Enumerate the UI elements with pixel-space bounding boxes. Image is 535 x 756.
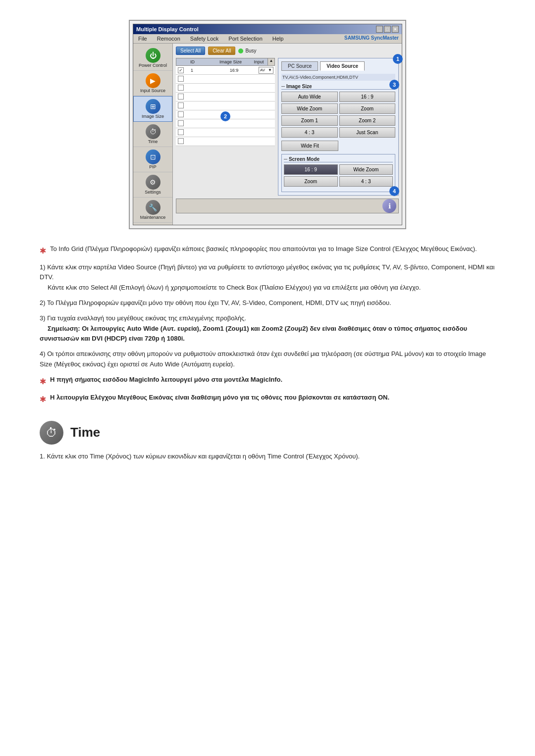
table-row	[176, 128, 275, 137]
row-checkbox-6[interactable]	[178, 111, 184, 117]
app-title: Multiple Display Control	[136, 26, 199, 32]
star-icon-3: ✱	[40, 393, 46, 406]
image-size-label: ─ Image Size	[281, 84, 395, 90]
sidebar-item-pip[interactable]: ⊡ PIP	[133, 147, 172, 172]
star-note-2-text: Η πηγή σήματος εισόδου MagicInfo λειτουρ…	[50, 375, 282, 385]
menu-bar: File Remocon Safety Lock Port Selection …	[133, 34, 402, 44]
just-scan-button[interactable]: Just Scan	[339, 127, 396, 138]
busy-label: Busy	[245, 48, 256, 53]
zoom1-button[interactable]: Zoom 1	[281, 115, 338, 126]
numbered-item-2: 2) Το Πλέγμα Πληροφοριών εμφανίζει μόνο …	[40, 298, 495, 308]
row-checkbox-9[interactable]	[178, 138, 184, 144]
sidebar-item-settings[interactable]: ⚙ Settings	[133, 172, 172, 198]
row-checkbox-8[interactable]	[178, 129, 184, 135]
row-input: AV ▼	[258, 66, 275, 74]
close-button[interactable]: ×	[392, 26, 399, 33]
image-size-section: 3 ─ Image Size Auto Wide 16 : 9 Wide Zoo…	[281, 84, 395, 151]
star-icon-1: ✱	[40, 245, 46, 257]
row-icon	[198, 70, 211, 71]
sidebar-label-power: Power Control	[139, 63, 167, 68]
auto-wide-button[interactable]: Auto Wide	[281, 92, 338, 102]
tab-video-source[interactable]: Video Source	[320, 61, 365, 71]
row-checkbox-5[interactable]	[178, 102, 184, 108]
menu-help[interactable]: Help	[270, 35, 286, 42]
sidebar-label-input: Input Source	[140, 88, 165, 93]
zoom2-button[interactable]: Zoom 2	[339, 115, 396, 126]
sidebar-label-pip: PIP	[149, 164, 157, 169]
sidebar-label-time: Time	[148, 139, 158, 144]
sidebar-item-image-size[interactable]: ⊞ Image Size	[133, 96, 172, 122]
item-1b-text: Κάντε κλικ στο Select All (Επιλογή όλων)…	[48, 284, 421, 291]
time-note-1-text: Κάντε κλικ στο Time (Χρόνος) των κύριων …	[47, 453, 360, 460]
row-checkbox-2[interactable]	[178, 76, 184, 82]
menu-remocon[interactable]: Remocon	[155, 35, 182, 42]
tab-pc-source[interactable]: PC Source	[281, 61, 318, 71]
sidebar-item-power-control[interactable]: ⏻ Power Control	[133, 46, 172, 71]
menu-safety-lock[interactable]: Safety Lock	[188, 35, 220, 42]
wide-fit-button[interactable]: Wide Fit	[281, 141, 338, 151]
sidebar-label-maintenance: Maintenance	[140, 215, 166, 220]
bottom-icon[interactable]: ℹ	[382, 199, 396, 213]
menu-file[interactable]: File	[136, 35, 149, 42]
table-scroll-up[interactable]: ▲	[268, 58, 274, 65]
screen-16-9-button[interactable]: 16 : 9	[284, 164, 338, 175]
title-bar: Multiple Display Control _ □ ×	[133, 24, 402, 34]
sidebar-item-maintenance[interactable]: 🔧 Maintenance	[133, 198, 172, 223]
maximize-button[interactable]: □	[384, 26, 391, 33]
item-4-text: Οι τρόποι απεικόνισης στην οθόνη μπορούν…	[40, 350, 486, 368]
main-area: Select All Clear All Busy ID	[173, 44, 402, 225]
th-input: Input	[250, 58, 268, 65]
time-section-title: Time	[70, 422, 100, 443]
info-section: ✱ Το Info Grid (Πλέγμα Πληροφοριών) εμφα…	[30, 244, 505, 462]
time-section-header: ⏱ Time	[40, 421, 495, 445]
wide-zoom-button[interactable]: Wide Zoom	[281, 103, 338, 114]
star-icon-2: ✱	[40, 375, 46, 388]
select-all-button[interactable]: Select All	[176, 47, 205, 55]
star-note-1: ✱ Το Info Grid (Πλέγμα Πληροφοριών) εμφα…	[40, 244, 495, 257]
row-checkbox-7[interactable]	[178, 120, 184, 126]
screen-wide-zoom-button[interactable]: Wide Zoom	[339, 164, 393, 175]
row-checkbox-4[interactable]	[178, 94, 184, 100]
screenshot-container: Multiple Display Control _ □ × File Remo…	[129, 20, 406, 229]
maintenance-icon: 🔧	[146, 200, 160, 215]
window-controls: _ □ ×	[376, 26, 399, 33]
zoom-button[interactable]: Zoom	[339, 103, 396, 114]
ratio-16-9-button[interactable]: 16 : 9	[339, 92, 396, 102]
busy-dot	[238, 49, 243, 53]
time-section-icon: ⏱	[40, 421, 63, 445]
minimize-button[interactable]: _	[376, 26, 383, 33]
time-note-1: 1. Κάντε κλικ στο Time (Χρόνος) των κύρι…	[40, 452, 495, 462]
table-row	[176, 75, 275, 84]
sidebar-item-input-source[interactable]: ▶ Input Source	[133, 71, 172, 96]
badge-4: 4	[389, 186, 399, 196]
input-source-icon: ▶	[146, 73, 160, 88]
screen-zoom-button[interactable]: Zoom	[284, 176, 338, 187]
star-note-3: ✱ Η λειτουργία Ελέγχου Μεγέθους Εικόνας …	[40, 393, 495, 406]
row-checkbox-3[interactable]	[178, 85, 184, 91]
item-1-text: Κάντε κλικ στην καρτέλα Video Source (Πη…	[40, 263, 494, 281]
input-dropdown[interactable]: AV ▼	[259, 67, 273, 74]
clear-all-button[interactable]: Clear All	[208, 47, 235, 55]
table-header: ID Image Size Input ▲	[176, 58, 275, 66]
source-tabs: PC Source Video Source	[281, 61, 395, 71]
samsung-logo: SAMSUNG SyncMaster	[344, 35, 399, 42]
badge-2: 2	[220, 111, 230, 121]
th-id: ID	[186, 58, 199, 65]
badge-3: 3	[389, 80, 399, 90]
sidebar: ⏻ Power Control ▶ Input Source ⊞ Image S…	[133, 44, 173, 225]
row-checkbox[interactable]: ✓	[178, 67, 184, 73]
item-3-bold: Σημείωση: Οι λειτουργίες Auto Wide (Αυτ.…	[40, 325, 467, 343]
app-window: Multiple Display Control _ □ × File Remo…	[133, 24, 402, 225]
sidebar-label-image-size: Image Size	[142, 114, 164, 119]
screen-4-3-button[interactable]: 4 : 3	[339, 176, 393, 187]
ratio-4-3-button[interactable]: 4 : 3	[281, 127, 338, 138]
right-panel: PC Source Video Source TV,AV,S-Video,Com…	[278, 58, 399, 196]
settings-icon: ⚙	[146, 175, 160, 190]
screen-mode-panel: ─ Screen Mode 16 : 9 Wide Zoom Zoom 4 : …	[281, 154, 395, 192]
sidebar-item-time[interactable]: ⏱ Time	[133, 122, 172, 147]
screen-mode-label: ─ Screen Mode	[284, 156, 393, 162]
numbered-list: 1) Κάντε κλικ στην καρτέλα Video Source …	[40, 262, 495, 370]
star-note-3-text: Η λειτουργία Ελέγχου Μεγέθους Εικόνας εί…	[50, 393, 389, 403]
power-control-icon: ⏻	[146, 48, 160, 63]
menu-port-selection[interactable]: Port Selection	[226, 35, 264, 42]
